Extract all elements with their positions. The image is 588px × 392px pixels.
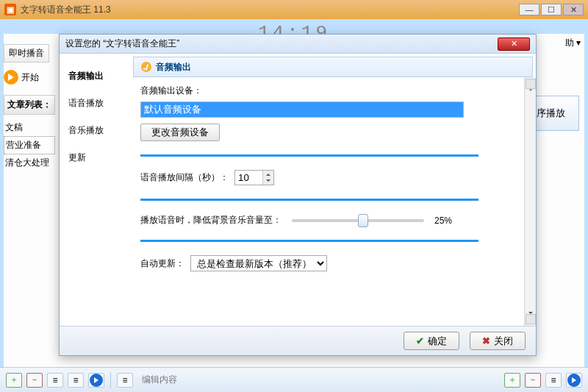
add-green-icon-r[interactable]: ＋ (504, 373, 520, 388)
dialog-main: 音频输出 音频输出设备： 更改音频设备 语音播放间隔（秒）： (133, 54, 536, 326)
check-icon: ✔ (416, 335, 424, 346)
help-menu[interactable]: 助 ▾ (565, 37, 581, 49)
bottom-toolbar: ＋ － ≡ ≡ ≡ 编辑内容 ＋ － ≡ (0, 367, 588, 392)
maximize-button[interactable]: ☐ (541, 4, 562, 15)
window-close-button[interactable]: ✕ (563, 4, 584, 15)
autoupdate-select[interactable]: 总是检查最新版本（推荐） (190, 255, 327, 271)
edit-icon[interactable]: ≡ (117, 373, 133, 388)
speaker-icon (141, 62, 151, 72)
scrollbar[interactable] (524, 77, 536, 326)
close-button[interactable]: ✖关闭 (470, 332, 526, 350)
device-label: 音频输出设备： (140, 85, 509, 97)
sidebar-item-voice-play[interactable]: 语音播放 (67, 90, 126, 117)
list-item[interactable]: 营业准备 (4, 136, 55, 154)
spinner-down[interactable] (263, 178, 273, 185)
bgm-percent: 25% (434, 215, 452, 226)
list2-icon[interactable]: ≡ (68, 373, 84, 388)
settings-dialog: 设置您的 “文字转语音全能王” ✕ 音频输出 语音播放 音乐播放 更新 音频输出… (59, 34, 537, 356)
list-icon[interactable]: ≡ (47, 373, 63, 388)
list-icon-r[interactable]: ≡ (545, 373, 562, 388)
list-item[interactable]: 清仓大处理 (4, 154, 55, 171)
scroll-track[interactable] (526, 90, 536, 313)
autoupdate-label: 自动更新： (140, 257, 184, 270)
remove-red-icon[interactable]: － (26, 373, 43, 388)
separator (110, 372, 111, 388)
add-green-icon[interactable]: ＋ (6, 373, 22, 388)
section-header: 音频输出 (133, 57, 533, 77)
divider (140, 199, 478, 201)
minimize-button[interactable]: — (519, 4, 539, 15)
interval-label: 语音播放间隔（秒）： (140, 171, 229, 184)
interval-spinner[interactable] (234, 170, 274, 185)
sidebar-item-audio-output[interactable]: 音频输出 (67, 63, 126, 90)
app-icon: ▣ (4, 4, 16, 15)
change-device-button[interactable]: 更改音频设备 (140, 124, 220, 141)
start-label: 开始 (21, 71, 39, 84)
dialog-close-x[interactable]: ✕ (498, 38, 530, 51)
divider (140, 154, 478, 157)
bgm-label: 播放语音时，降低背景音乐音量至： (140, 214, 282, 227)
dialog-scroll: 音频输出设备： 更改音频设备 语音播放间隔（秒）： (133, 77, 521, 326)
dialog-footer: ✔确定 ✖关闭 (60, 326, 536, 355)
scroll-down[interactable] (526, 314, 536, 324)
article-list-header: 文章列表： (4, 95, 55, 115)
device-input[interactable] (140, 101, 464, 118)
dialog-titlebar: 设置您的 “文字转语音全能王” ✕ (60, 35, 536, 54)
sidebar-item-update[interactable]: 更新 (67, 144, 126, 171)
edit-hint: 编辑内容 (142, 374, 177, 386)
close-icon: ✖ (482, 335, 490, 346)
start-button[interactable]: 开始 (4, 70, 55, 85)
tab-instant-play[interactable]: 即时播音 (4, 44, 49, 63)
divider (140, 240, 478, 242)
play-button-r[interactable] (566, 373, 582, 388)
bgm-slider[interactable] (292, 219, 424, 222)
spinner-up[interactable] (263, 171, 273, 178)
play-button[interactable] (88, 373, 104, 388)
play-icon (4, 70, 18, 85)
ok-button[interactable]: ✔确定 (404, 332, 459, 350)
slider-thumb[interactable] (358, 214, 368, 227)
dialog-sidebar: 音频输出 语音播放 音乐播放 更新 (60, 54, 133, 326)
app-title: 文字转语音全能王 11.3 (21, 4, 111, 16)
sidebar-item-music-play[interactable]: 音乐播放 (67, 117, 126, 144)
remove-red-icon-r[interactable]: － (525, 373, 541, 388)
section-title: 音频输出 (156, 61, 191, 74)
list-item[interactable]: 文稿 (4, 119, 55, 136)
left-column: 即时播音 开始 文章列表： 文稿 营业准备 清仓大处理 (4, 44, 55, 171)
dialog-title: 设置您的 “文字转语音全能王” (65, 38, 179, 50)
scroll-up[interactable] (526, 79, 536, 89)
titlebar: ▣ 文字转语音全能王 11.3 — ☐ ✕ (0, 0, 588, 19)
